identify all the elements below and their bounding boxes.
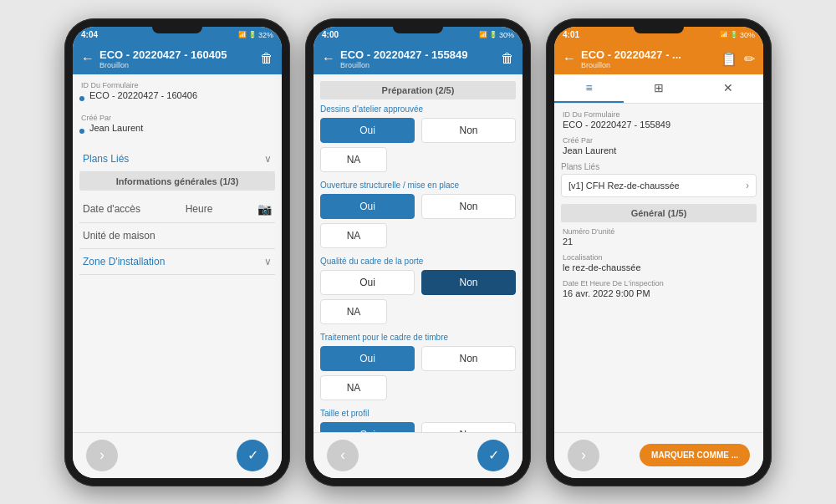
phone1-heure-label: Heure <box>186 203 213 215</box>
phone1-bottom-nav: › ✓ <box>73 432 282 478</box>
phone3-created-label: Créé Par <box>561 136 757 145</box>
phone-2: 4:00 📶🔋30% ← ECO - 20220427 - 155849 Bro… <box>305 18 531 486</box>
phone3-tabs-bar: ≡ ⊞ ✕ <box>554 74 763 104</box>
phone2-q1-na[interactable]: NA <box>320 147 387 172</box>
phone2-q5-oui[interactable]: Oui <box>320 422 415 431</box>
phone3-subtitle: Brouillon <box>581 61 681 69</box>
phone1-unite-row: Unité de maison <box>79 223 275 249</box>
phone3-header: ← ECO - 20220427 - ... Brouillon 📋 ✏ <box>554 43 763 75</box>
phone3-unite-block: Numéro D'unité 21 <box>561 227 757 247</box>
phone3-tab-1[interactable]: ≡ <box>554 74 624 103</box>
phone2-q2-non[interactable]: Non <box>421 194 516 219</box>
phone2-q2: Ouverture structurelle / mise en place <box>320 181 516 190</box>
phone1-title: ECO - 20220427 - 160405 <box>99 48 227 62</box>
phone1-content: ID Du Formulaire ECO - 20220427 - 160406… <box>73 74 282 431</box>
phone2-q2-row2: NA <box>320 223 516 248</box>
phone2-q1: Dessins d'atelier approuvée <box>320 104 516 114</box>
phone2-header: ← ECO - 20220427 - 155849 Brouillon 🗑 <box>314 43 522 75</box>
phone2-q4-row1: Oui Non <box>320 346 516 371</box>
phone1-plans-chevron: ∨ <box>264 153 272 165</box>
phone2-group-3: Qualité du cadre de la porte Oui Non NA <box>320 257 516 324</box>
phone3-plans-label: Plans Liés <box>561 162 757 171</box>
phone2-q1-oui[interactable]: Oui <box>320 118 415 143</box>
phone3-back-icon[interactable]: ← <box>563 51 576 66</box>
phone2-q3-non[interactable]: Non <box>421 270 516 295</box>
phone3-title: ECO - 20220427 - ... <box>581 48 681 62</box>
phone2-content: Préparation (2/5) Dessins d'atelier appr… <box>314 74 522 431</box>
phone2-q3-row2: NA <box>320 299 516 324</box>
phone1-date-row: Date d'accès Heure 📷 <box>79 196 275 223</box>
phone2-q3-na[interactable]: NA <box>320 299 387 324</box>
phone1-created-dot <box>79 129 84 134</box>
phone3-date-block: Date Et Heure De L'inspection 16 avr. 20… <box>561 279 757 298</box>
phone2-q2-row1: Oui Non <box>320 194 516 219</box>
phone2-subtitle: Brouillon <box>340 61 468 69</box>
phone1-unite-label: Unité de maison <box>83 230 155 242</box>
phone2-q2-na[interactable]: NA <box>320 223 387 248</box>
phone3-bottom-nav: › MARQUER COMME ... <box>554 432 763 478</box>
phone1-next-icon: › <box>99 446 104 464</box>
phone3-content: ID Du Formulaire ECO - 20220427 - 155849… <box>554 104 763 431</box>
phone1-zone-row[interactable]: Zone D'installation ∨ <box>79 249 275 275</box>
phone1-time: 4:04 <box>81 30 98 39</box>
phone2-q3-oui[interactable]: Oui <box>320 270 415 295</box>
phone1-id-block: ID Du Formulaire ECO - 20220427 - 160406 <box>79 81 275 107</box>
phone2-back-icon[interactable]: ← <box>322 51 335 66</box>
phone1-zone-chevron: ∨ <box>264 256 272 267</box>
phone3-status-icons: 📶🔋30% <box>720 31 755 39</box>
phone1-plans-label: Plans Liés <box>83 153 129 165</box>
phone3-header-icons: 📋 ✏ <box>721 51 755 67</box>
phone3-edit-icon[interactable]: ✏ <box>744 51 755 67</box>
phone1-next-btn[interactable]: › <box>86 440 118 471</box>
phone1-id-dot <box>79 96 84 101</box>
phone2-q4-na[interactable]: NA <box>320 375 387 400</box>
phone1-check-btn[interactable]: ✓ <box>237 440 268 471</box>
phone2-title: ECO - 20220427 - 155849 <box>340 48 468 62</box>
phone2-q5: Taille et profil <box>320 409 516 418</box>
phone1-id-value: ECO - 20220427 - 160406 <box>88 90 197 100</box>
phone3-mark-label: MARQUER COMME ... <box>651 451 738 460</box>
phone2-q3-row1: Oui Non <box>320 270 516 295</box>
phone2-delete-icon[interactable]: 🗑 <box>501 51 514 66</box>
phone2-prev-icon: ‹ <box>340 446 345 464</box>
phone2-status-icons: 📶🔋30% <box>479 31 514 39</box>
phone3-created-block: Créé Par Jean Laurent <box>561 136 757 155</box>
phone3-id-label: ID Du Formulaire <box>561 110 757 119</box>
phone-1: 4:04 📶🔋32% ← ECO - 20220427 - 160405 Bro… <box>64 18 290 486</box>
phone1-back-icon[interactable]: ← <box>81 51 94 66</box>
phone2-q4-non[interactable]: Non <box>421 346 516 371</box>
phone1-date-label: Date d'accès <box>83 203 140 215</box>
phone2-q5-non[interactable]: Non <box>421 422 516 431</box>
phone2-group-1: Dessins d'atelier approuvée Oui Non NA <box>320 104 516 172</box>
phone2-check-btn[interactable]: ✓ <box>477 440 509 471</box>
phone2-q2-oui[interactable]: Oui <box>320 194 415 219</box>
phone3-id-block: ID Du Formulaire ECO - 20220427 - 155849 <box>561 110 757 130</box>
phone2-group-4: Traitement pour le cadre de timbre Oui N… <box>320 333 516 400</box>
phone2-group-5: Taille et profil Oui Non NA <box>320 409 516 431</box>
phone1-subtitle: Brouillon <box>99 61 227 69</box>
phone3-tab-3[interactable]: ✕ <box>694 74 763 103</box>
phone3-doc-icon[interactable]: 📋 <box>721 51 737 67</box>
phone3-unite-value: 21 <box>561 237 757 247</box>
phone2-q4-oui[interactable]: Oui <box>320 346 415 371</box>
phone3-plans-chip[interactable]: [v1] CFH Rez-de-chaussée › <box>561 174 757 197</box>
phone1-camera-icon[interactable]: 📷 <box>257 202 272 216</box>
phone1-plans-row[interactable]: Plans Liés ∨ <box>79 146 275 172</box>
phone3-tab-2[interactable]: ⊞ <box>624 74 693 103</box>
phone2-prev-btn[interactable]: ‹ <box>327 440 359 471</box>
phone3-section-header: Général (1/5) <box>561 204 757 222</box>
phone2-q4-row2: NA <box>320 375 516 400</box>
phone3-created-value: Jean Laurent <box>561 145 757 155</box>
phone3-local-value: le rez-de-chaussée <box>561 262 757 272</box>
phone2-section-header: Préparation (2/5) <box>320 81 516 99</box>
phone1-check-icon: ✓ <box>247 447 258 463</box>
phone2-check-icon: ✓ <box>488 447 499 463</box>
phone3-local-block: Localisation le rez-de-chaussée <box>561 253 757 272</box>
phone1-delete-icon[interactable]: 🗑 <box>260 51 273 66</box>
phone-3: 4:01 📶🔋30% ← ECO - 20220427 - ... Brouil… <box>546 18 772 486</box>
phone2-q1-non[interactable]: Non <box>421 118 516 143</box>
phone1-created-value: Jean Laurent <box>88 123 143 133</box>
phone3-prev-btn[interactable]: › <box>568 440 599 471</box>
phone3-mark-btn[interactable]: MARQUER COMME ... <box>640 444 750 466</box>
phone3-time: 4:01 <box>563 30 579 39</box>
